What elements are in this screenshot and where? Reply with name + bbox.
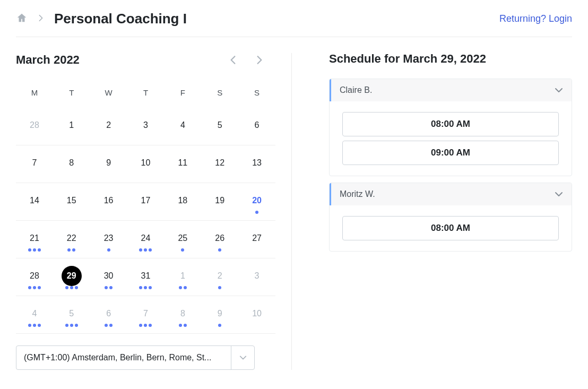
calendar-day-number: 15 bbox=[62, 191, 82, 211]
calendar-header: March 2022 bbox=[16, 53, 275, 67]
calendar-day[interactable]: 29 bbox=[53, 258, 90, 296]
calendar-day[interactable]: 20 bbox=[238, 183, 275, 220]
coach-name: Claire B. bbox=[340, 85, 372, 95]
calendar-day[interactable]: 30 bbox=[90, 258, 127, 296]
calendar-day[interactable]: 8 bbox=[164, 296, 201, 333]
calendar-prev-button[interactable] bbox=[228, 53, 238, 67]
calendar-next-button[interactable] bbox=[254, 53, 265, 67]
availability-dots bbox=[218, 248, 221, 252]
availability-dots bbox=[107, 248, 110, 252]
availability-dots bbox=[181, 248, 184, 252]
availability-dots bbox=[65, 286, 78, 289]
calendar-day-number: 14 bbox=[24, 191, 45, 211]
availability-dots bbox=[105, 286, 113, 289]
calendar-day[interactable]: 5 bbox=[201, 108, 238, 145]
calendar-day-number: 28 bbox=[24, 115, 45, 135]
calendar-day[interactable]: 27 bbox=[238, 221, 275, 258]
calendar-day[interactable]: 12 bbox=[201, 145, 238, 183]
calendar-day-number: 30 bbox=[99, 266, 119, 286]
calendar-day[interactable]: 18 bbox=[164, 183, 201, 220]
calendar-day[interactable]: 11 bbox=[164, 145, 201, 183]
availability-dots bbox=[105, 324, 113, 327]
calendar-day[interactable]: 23 bbox=[90, 221, 127, 258]
calendar-day[interactable]: 5 bbox=[53, 296, 90, 333]
calendar-day[interactable]: 24 bbox=[127, 221, 165, 258]
calendar-month-label: March 2022 bbox=[16, 53, 80, 67]
availability-dots bbox=[218, 286, 221, 289]
coach-card: Claire B.08:00 AM09:00 AM bbox=[329, 79, 572, 176]
calendar-day-number: 23 bbox=[99, 228, 119, 248]
calendar-day-number: 8 bbox=[172, 304, 193, 324]
calendar-day[interactable]: 6 bbox=[90, 296, 127, 333]
calendar-day[interactable]: 22 bbox=[53, 221, 90, 258]
calendar-day[interactable]: 7 bbox=[16, 145, 53, 183]
coach-header[interactable]: Claire B. bbox=[330, 79, 572, 101]
calendar-day[interactable]: 1 bbox=[164, 258, 201, 296]
calendar-day[interactable]: 7 bbox=[127, 296, 165, 333]
calendar-day-number: 2 bbox=[210, 266, 230, 286]
home-icon[interactable] bbox=[16, 12, 28, 26]
calendar-day[interactable]: 13 bbox=[238, 145, 275, 183]
login-link[interactable]: Returning? Login bbox=[499, 13, 572, 24]
timezone-select[interactable]: (GMT+1:00) Amsterdam, Berlin, Bern, Rome… bbox=[16, 345, 275, 370]
calendar-day-number: 6 bbox=[99, 304, 119, 324]
chevron-right-icon bbox=[38, 13, 44, 24]
calendar-day[interactable]: 1 bbox=[53, 108, 90, 145]
calendar-day[interactable]: 4 bbox=[16, 296, 53, 333]
calendar-day[interactable]: 21 bbox=[16, 221, 53, 258]
timezone-selected-label: (GMT+1:00) Amsterdam, Berlin, Bern, Rome… bbox=[16, 353, 231, 362]
calendar-day[interactable]: 3 bbox=[238, 258, 275, 296]
calendar-day-number: 18 bbox=[172, 191, 193, 211]
calendar-day-number: 1 bbox=[62, 115, 82, 135]
calendar-day-number: 6 bbox=[247, 115, 267, 135]
time-slot-list: 08:00 AM bbox=[330, 205, 572, 251]
time-slot-button[interactable]: 08:00 AM bbox=[342, 112, 559, 136]
coach-header[interactable]: Moritz W. bbox=[330, 183, 572, 205]
calendar-day-header: T bbox=[127, 88, 165, 108]
calendar-day-number: 19 bbox=[210, 191, 230, 211]
calendar-day[interactable]: 25 bbox=[164, 221, 201, 258]
calendar-day[interactable]: 17 bbox=[127, 183, 165, 220]
calendar-day-header: S bbox=[238, 88, 275, 108]
calendar-day-number: 5 bbox=[62, 304, 82, 324]
calendar-day[interactable]: 15 bbox=[53, 183, 90, 220]
availability-dots bbox=[255, 211, 258, 214]
schedule-title: Schedule for March 29, 2022 bbox=[329, 52, 572, 66]
calendar-day[interactable]: 9 bbox=[90, 145, 127, 183]
chevron-down-icon bbox=[555, 85, 563, 95]
availability-dots bbox=[28, 324, 41, 327]
calendar-day[interactable]: 2 bbox=[90, 108, 127, 145]
calendar-day[interactable]: 31 bbox=[127, 258, 165, 296]
calendar-day[interactable]: 28 bbox=[16, 108, 53, 145]
time-slot-button[interactable]: 08:00 AM bbox=[342, 216, 559, 240]
calendar-day-number: 27 bbox=[247, 228, 267, 248]
calendar-day-header: F bbox=[164, 88, 201, 108]
calendar-day-number: 25 bbox=[172, 228, 193, 248]
calendar-day[interactable]: 9 bbox=[201, 296, 238, 333]
page-title: Personal Coaching I bbox=[54, 11, 187, 27]
calendar-day-number: 2 bbox=[99, 115, 119, 135]
calendar-day[interactable]: 14 bbox=[16, 183, 53, 220]
calendar-day[interactable]: 10 bbox=[238, 296, 275, 333]
calendar-day[interactable]: 19 bbox=[201, 183, 238, 220]
availability-dots bbox=[139, 286, 152, 289]
availability-dots bbox=[28, 248, 41, 252]
calendar-day-number: 3 bbox=[247, 266, 267, 286]
calendar-day[interactable]: 16 bbox=[90, 183, 127, 220]
calendar-day[interactable]: 4 bbox=[164, 108, 201, 145]
calendar-day[interactable]: 2 bbox=[201, 258, 238, 296]
calendar-day[interactable]: 3 bbox=[127, 108, 165, 145]
calendar-day-number: 13 bbox=[247, 153, 267, 173]
calendar-day[interactable]: 6 bbox=[238, 108, 275, 145]
calendar-day[interactable]: 28 bbox=[16, 258, 53, 296]
calendar-day-number: 29 bbox=[62, 266, 82, 286]
availability-dots bbox=[28, 286, 41, 289]
time-slot-button[interactable]: 09:00 AM bbox=[342, 141, 559, 165]
availability-dots bbox=[67, 248, 75, 252]
calendar-day[interactable]: 26 bbox=[201, 221, 238, 258]
calendar-day[interactable]: 8 bbox=[53, 145, 90, 183]
calendar-day-number: 4 bbox=[172, 115, 193, 135]
calendar-day-number: 17 bbox=[135, 191, 155, 211]
time-slot-list: 08:00 AM09:00 AM bbox=[330, 101, 572, 176]
calendar-day[interactable]: 10 bbox=[127, 145, 165, 183]
